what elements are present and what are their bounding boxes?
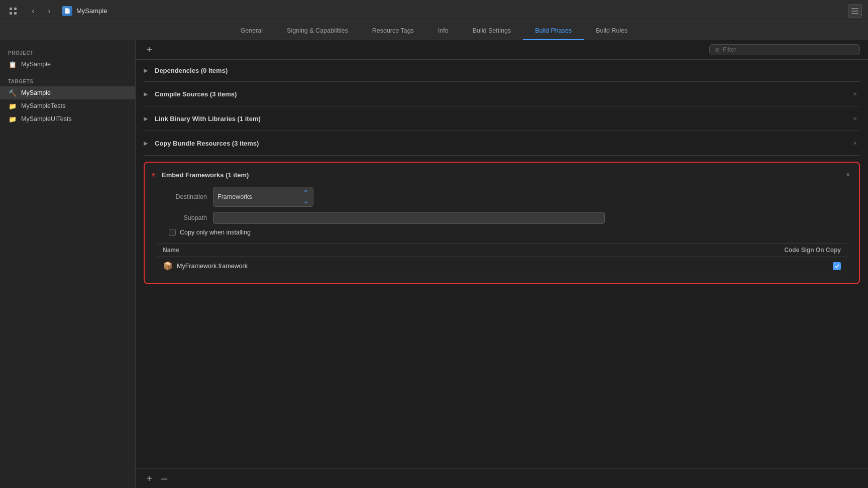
svg-rect-2 — [10, 12, 12, 15]
phase-embed-frameworks: ▼ Embed Frameworks (1 item) × Destinatio… — [144, 162, 860, 284]
tab-rules[interactable]: Build Rules — [584, 22, 639, 40]
copy-only-row: Copy only when installing — [157, 229, 847, 236]
phase-copy-header[interactable]: ▶ Copy Bundle Resources (3 items) × — [144, 131, 860, 155]
phase-copy-arrow: ▶ — [144, 140, 151, 147]
sidebar-item-mysamletests[interactable]: 📁 MySampleTests — [0, 99, 135, 112]
file-icon: 📄 — [62, 6, 72, 16]
tab-general[interactable]: General — [229, 22, 275, 40]
framework-name-0: 📦 MyFramework.framework — [163, 261, 776, 271]
destination-label: Destination — [157, 193, 207, 200]
phase-dependencies: ▶ Dependencies (0 items) — [144, 60, 860, 82]
window-title-text: MySample — [76, 7, 107, 15]
tab-info[interactable]: Info — [426, 22, 461, 40]
embed-content: Destination Frameworks Products Director… — [145, 187, 859, 283]
phase-compile-header[interactable]: ▶ Compile Sources (3 items) × — [144, 82, 860, 106]
back-button[interactable]: ‹ — [26, 4, 40, 18]
phase-copy-title: Copy Bundle Resources (3 items) — [155, 140, 846, 147]
destination-row: Destination Frameworks Products Director… — [157, 187, 847, 207]
phase-link-header[interactable]: ▶ Link Binary With Libraries (1 item) × — [144, 106, 860, 131]
target-name-uitests: MySampleUITests — [21, 115, 72, 123]
target-icon-mysample: 🔨 — [8, 88, 17, 97]
content-area: + ⊕ ▶ Dependencies (0 items) ▶ Compile S… — [136, 40, 868, 488]
filter-input-wrap: ⊕ — [709, 44, 860, 55]
phase-compile: ▶ Compile Sources (3 items) × — [144, 82, 860, 106]
window-title: 📄 MySample — [62, 6, 107, 16]
forward-button[interactable]: › — [42, 4, 56, 18]
framework-row-0[interactable]: 📦 MyFramework.framework — [157, 257, 847, 275]
frameworks-table: Name Code Sign On Copy 📦 MyFramework.fra… — [157, 243, 847, 275]
title-bar-right — [848, 4, 862, 18]
framework-codesign-0 — [776, 262, 841, 270]
sidebar-toggle[interactable] — [848, 4, 862, 18]
filter-input[interactable] — [723, 46, 854, 53]
phase-compile-title: Compile Sources (3 items) — [155, 90, 846, 98]
codesign-checkbox-0[interactable] — [833, 262, 841, 270]
nav-buttons: ‹ › — [26, 4, 56, 18]
target-name-mysample: MySample — [21, 89, 51, 96]
title-bar: ‹ › 📄 MySample — [0, 0, 868, 22]
phase-embed-title: Embed Frameworks (1 item) — [162, 171, 839, 179]
tab-phases[interactable]: Build Phases — [523, 22, 584, 40]
phase-copy-close[interactable]: × — [850, 138, 860, 148]
tab-settings[interactable]: Build Settings — [461, 22, 523, 40]
project-header: PROJECT — [0, 46, 135, 58]
add-phase-button[interactable]: + — [144, 44, 155, 55]
bottom-toolbar: + – — [136, 468, 868, 488]
svg-rect-0 — [10, 8, 12, 10]
targets-header: TARGETS — [0, 75, 135, 86]
subpath-label: Subpath — [157, 214, 207, 221]
phase-dependencies-header[interactable]: ▶ Dependencies (0 items) — [144, 60, 860, 81]
tab-bar: General Signing & Capabilities Resource … — [0, 22, 868, 40]
add-framework-button[interactable]: + — [144, 473, 155, 484]
filter-icon: ⊕ — [715, 46, 720, 53]
framework-name-text-0: MyFramework.framework — [177, 263, 248, 270]
svg-rect-5 — [851, 11, 858, 12]
col-sign-header: Code Sign On Copy — [776, 247, 841, 254]
main-layout: PROJECT 📋 MySample TARGETS 🔨 MySample 📁 … — [0, 40, 868, 488]
target-name-tests: MySampleTests — [21, 102, 65, 109]
svg-rect-1 — [14, 8, 17, 10]
phase-dependencies-arrow: ▶ — [144, 67, 151, 74]
sidebar: PROJECT 📋 MySample TARGETS 🔨 MySample 📁 … — [0, 40, 136, 488]
copy-only-label: Copy only when installing — [180, 229, 251, 236]
select-chevron-icon: ⌃⌄ — [303, 189, 309, 205]
phase-compile-close[interactable]: × — [850, 89, 860, 99]
framework-icon-0: 📦 — [163, 261, 173, 271]
col-name-header: Name — [163, 247, 776, 254]
subpath-input[interactable] — [213, 212, 605, 224]
phase-link-close[interactable]: × — [850, 113, 860, 124]
sidebar-item-mysample[interactable]: 🔨 MySample — [0, 86, 135, 99]
svg-rect-6 — [851, 13, 858, 14]
project-icon: 📋 — [8, 60, 17, 69]
target-icon-uitests: 📁 — [8, 114, 17, 124]
phase-compile-arrow: ▶ — [144, 91, 151, 97]
destination-select[interactable]: Frameworks Products Directory Executable… — [218, 193, 300, 200]
sidebar-item-mysampleuitests[interactable]: 📁 MySampleUITests — [0, 112, 135, 126]
phase-embed-arrow: ▼ — [151, 172, 158, 178]
svg-rect-4 — [851, 8, 858, 9]
frameworks-table-header: Name Code Sign On Copy — [157, 243, 847, 257]
phase-embed-header[interactable]: ▼ Embed Frameworks (1 item) × — [145, 163, 859, 187]
destination-select-wrap: Frameworks Products Directory Executable… — [213, 187, 313, 207]
subpath-row: Subpath — [157, 212, 847, 224]
sidebar-item-project[interactable]: 📋 MySample — [0, 58, 135, 71]
phase-embed-close[interactable]: × — [843, 170, 853, 180]
phase-link-title: Link Binary With Libraries (1 item) — [155, 115, 846, 123]
remove-framework-button[interactable]: – — [159, 473, 170, 484]
svg-rect-3 — [14, 12, 17, 15]
content-toolbar: + ⊕ — [136, 40, 868, 60]
phase-dependencies-title: Dependencies (0 items) — [155, 67, 860, 74]
phase-link-arrow: ▶ — [144, 115, 151, 122]
copy-only-checkbox[interactable] — [169, 229, 176, 236]
tab-resource[interactable]: Resource Tags — [360, 22, 426, 40]
phase-copy: ▶ Copy Bundle Resources (3 items) × — [144, 131, 860, 156]
project-name: MySample — [21, 61, 51, 68]
phase-link: ▶ Link Binary With Libraries (1 item) × — [144, 106, 860, 131]
tab-signing[interactable]: Signing & Capabilities — [275, 22, 360, 40]
phases-list: ▶ Dependencies (0 items) ▶ Compile Sourc… — [136, 60, 868, 468]
grid-icon[interactable] — [6, 4, 20, 18]
target-icon-tests: 📁 — [8, 101, 17, 110]
